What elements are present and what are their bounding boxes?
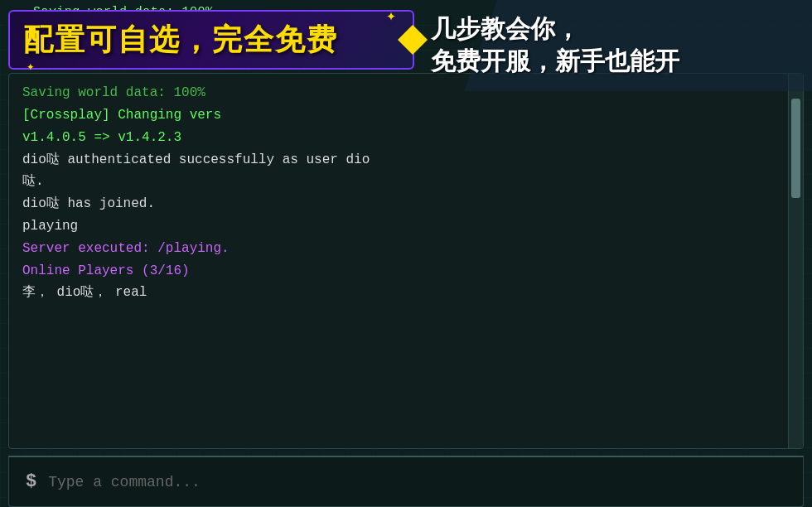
terminal-line-version: v1.4.0.5 => v1.4.2.3	[22, 128, 775, 148]
promo-banner: 配置可自选，完全免费 ✦ ✦	[8, 10, 414, 70]
terminal-line-auth: dio哒 authenticated successfully as user …	[22, 150, 775, 171]
dollar-sign-label: $	[26, 471, 36, 492]
console-output-area: Saving world data: 100% [Crossplay] Chan…	[9, 74, 788, 448]
terminal-line-auth2: 哒.	[22, 171, 775, 192]
terminal-line-player-list: 李， dio哒， real	[22, 282, 775, 303]
terminal-line-server-executed: Server executed: /playing.	[22, 239, 775, 259]
sparkle-top-icon: ✦	[386, 5, 396, 26]
terminal-line-online-players: Online Players (3/16)	[22, 261, 775, 282]
chinese-line1: 几步教会你，	[431, 12, 679, 45]
terminal-window: Saving world data: 100% [Crossplay] Chan…	[8, 73, 804, 449]
scrollbar-thumb[interactable]	[791, 99, 800, 198]
chinese-line2: 免费开服，新手也能开	[431, 45, 679, 77]
command-input-bar: $	[8, 456, 804, 507]
banner-main-text: 配置可自选，完全免费	[23, 20, 338, 60]
command-input-field[interactable]	[48, 474, 786, 490]
terminal-line-crossplay: [Crossplay] Changing vers	[22, 105, 775, 126]
terminal-line-playing: playing	[22, 216, 775, 237]
terminal-line-joined: dio哒 has joined.	[22, 194, 775, 215]
sparkle-bottom-icon: ✦	[27, 58, 35, 75]
scrollbar-track[interactable]	[788, 74, 803, 448]
chinese-text-overlay: 几步教会你， 免费开服，新手也能开	[431, 12, 679, 77]
